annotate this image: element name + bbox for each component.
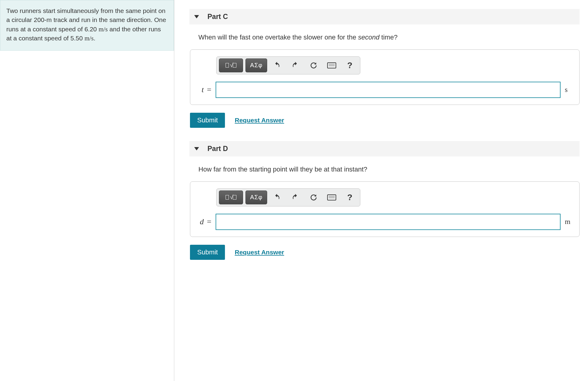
part-header-c[interactable]: Part C — [189, 9, 580, 24]
variable-label: d = — [197, 217, 211, 226]
greek-button[interactable]: ΑΣφ — [245, 190, 267, 204]
keyboard-button[interactable] — [324, 58, 340, 72]
part-label: Part D — [207, 145, 228, 153]
part-label: Part C — [207, 13, 228, 21]
answer-row: t = s — [197, 82, 573, 98]
redo-button[interactable] — [288, 58, 303, 72]
question-emphasis: second — [358, 33, 380, 41]
redo-icon — [292, 194, 299, 201]
submit-button[interactable]: Submit — [190, 113, 225, 128]
reset-button[interactable] — [306, 58, 321, 72]
redo-button[interactable] — [288, 190, 303, 204]
answer-row: d = m — [197, 214, 573, 230]
problem-statement: Two runners start simultaneously from th… — [0, 0, 174, 51]
problem-panel: Two runners start simultaneously from th… — [0, 0, 174, 381]
equation-toolbar: √ ΑΣφ ? — [216, 188, 360, 206]
undo-icon — [273, 61, 281, 69]
unit-label: m — [565, 218, 573, 226]
caret-down-icon — [194, 15, 199, 18]
request-answer-link[interactable]: Request Answer — [235, 249, 284, 256]
question-text-d: How far from the starting point will the… — [198, 165, 580, 174]
actions-row-c: Submit Request Answer — [190, 113, 580, 128]
keyboard-icon — [327, 194, 336, 200]
keyboard-button[interactable] — [324, 190, 340, 204]
unit-label: s — [565, 86, 573, 94]
answer-box-c: √ ΑΣφ ? t = s — [190, 49, 580, 105]
problem-unit-1: m/s — [99, 26, 108, 33]
templates-button[interactable]: √ — [219, 58, 243, 72]
templates-icon: √ — [226, 194, 237, 201]
request-answer-link[interactable]: Request Answer — [235, 117, 284, 124]
question-post: time? — [379, 33, 397, 41]
help-button[interactable]: ? — [342, 58, 358, 72]
greek-button[interactable]: ΑΣφ — [245, 58, 267, 72]
question-pre: How far from the starting point will the… — [198, 165, 367, 173]
reset-button[interactable] — [306, 190, 321, 204]
redo-icon — [292, 61, 299, 69]
templates-icon: √ — [226, 62, 237, 69]
question-pre: When will the fast one overtake the slow… — [198, 33, 358, 41]
reset-icon — [310, 61, 318, 69]
undo-icon — [273, 194, 281, 201]
answer-input-t[interactable] — [216, 82, 561, 98]
variable-label: t = — [197, 85, 211, 94]
keyboard-icon — [327, 62, 336, 68]
question-text-c: When will the fast one overtake the slow… — [198, 33, 580, 42]
answer-box-d: √ ΑΣφ ? d = m — [190, 181, 580, 237]
answer-input-d[interactable] — [216, 214, 561, 230]
undo-button[interactable] — [270, 58, 285, 72]
help-button[interactable]: ? — [342, 190, 358, 204]
answer-panel: Part C When will the fast one overtake t… — [174, 0, 588, 381]
problem-text-3: . — [94, 35, 96, 42]
problem-unit-2: m/s — [84, 35, 93, 42]
part-header-d[interactable]: Part D — [189, 141, 580, 156]
caret-down-icon — [194, 147, 199, 150]
reset-icon — [310, 194, 318, 201]
undo-button[interactable] — [270, 190, 285, 204]
equation-toolbar: √ ΑΣφ ? — [216, 56, 360, 74]
actions-row-d: Submit Request Answer — [190, 245, 580, 260]
submit-button[interactable]: Submit — [190, 245, 225, 260]
templates-button[interactable]: √ — [219, 190, 243, 204]
